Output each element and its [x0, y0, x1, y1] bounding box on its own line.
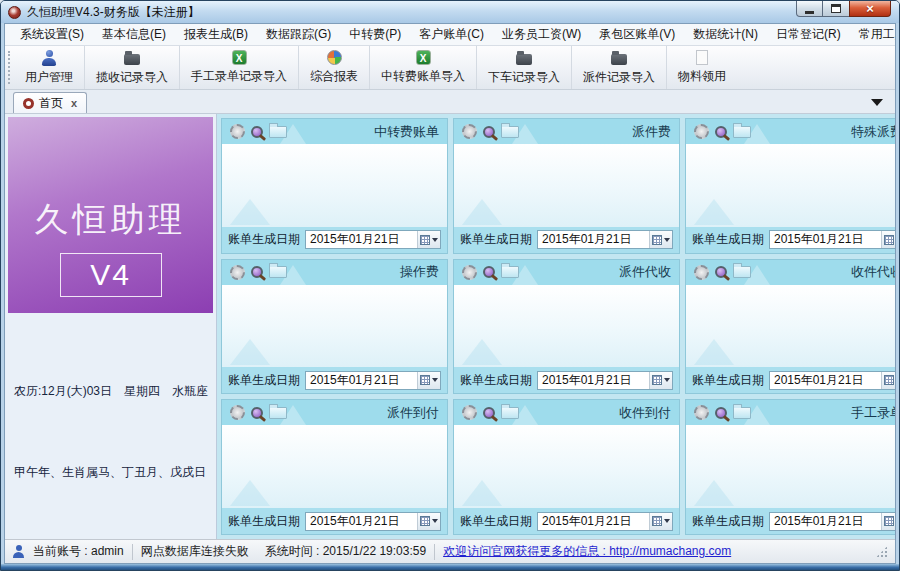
bill-date-input[interactable]: 2015年01月21日	[305, 512, 441, 531]
resize-grip[interactable]	[876, 546, 888, 558]
date-picker-button[interactable]	[417, 513, 440, 530]
dropdown-arrow-icon	[664, 519, 670, 523]
menu-item[interactable]: 数据跟踪(G)	[257, 24, 340, 45]
search-icon[interactable]	[251, 407, 263, 419]
tab-list-dropdown-icon[interactable]	[871, 99, 883, 106]
date-picker-button[interactable]	[881, 372, 895, 389]
tab-home[interactable]: 首页 x	[13, 92, 87, 113]
panel: 派件费 账单生成日期 2015年01月21日	[453, 118, 680, 254]
folder-icon[interactable]	[501, 126, 519, 138]
blank-page-icon	[696, 50, 708, 65]
bill-date-input[interactable]: 2015年01月21日	[305, 371, 441, 390]
bill-date-value: 2015年01月21日	[774, 372, 863, 389]
menu-item[interactable]: 日常登记(R)	[767, 24, 850, 45]
toolbar-button-label: 中转费账单导入	[381, 68, 465, 85]
toolbar-button[interactable]: 手工录单记录导入	[179, 46, 298, 89]
bill-date-input[interactable]: 2015年01月21日	[537, 512, 673, 531]
toolbar-button[interactable]: 物料领用	[666, 46, 737, 89]
toolbar-button-label: 派件记录导入	[583, 69, 655, 86]
toolbar-button[interactable]: 派件记录导入	[571, 46, 666, 89]
folder-icon[interactable]	[733, 266, 751, 278]
menu-item[interactable]: 中转费(P)	[340, 24, 410, 45]
search-icon[interactable]	[715, 407, 727, 419]
toolbar-button-label: 下车记录导入	[488, 69, 560, 86]
date-picker-button[interactable]	[649, 231, 672, 248]
bill-date-input[interactable]: 2015年01月21日	[537, 230, 673, 249]
title-bar[interactable]: 久恒助理V4.3-财务版【未注册】 ×	[1, 1, 899, 23]
date-picker-button[interactable]	[881, 231, 895, 248]
folder-icon[interactable]	[501, 407, 519, 419]
date-picker-button[interactable]	[649, 372, 672, 389]
panel-footer: 账单生成日期 2015年01月21日	[454, 508, 679, 534]
folder-icon[interactable]	[269, 266, 287, 278]
toolbar-button[interactable]: 综合报表	[298, 46, 369, 89]
gear-icon[interactable]	[462, 265, 477, 280]
menu-item[interactable]: 业务员工资(W)	[493, 24, 590, 45]
folder-icon[interactable]	[733, 126, 751, 138]
toolbar-button[interactable]: 用户管理	[14, 46, 84, 89]
panel: 派件代收 账单生成日期 2015年01月21日	[453, 259, 680, 395]
search-icon[interactable]	[483, 407, 495, 419]
folder-icon[interactable]	[733, 407, 751, 419]
folder-icon[interactable]	[501, 266, 519, 278]
tab-close-icon[interactable]: x	[71, 97, 77, 109]
date-picker-button[interactable]	[881, 513, 895, 530]
toolbar-button[interactable]: 下车记录导入	[476, 46, 571, 89]
panel-body	[454, 285, 679, 368]
panel-title: 收件到付	[619, 404, 671, 422]
bill-date-input[interactable]: 2015年01月21日	[769, 512, 895, 531]
gear-icon[interactable]	[694, 265, 709, 280]
gear-icon[interactable]	[694, 405, 709, 420]
menu-item[interactable]: 客户账单(C)	[410, 24, 493, 45]
panel-title: 操作费	[400, 263, 439, 281]
menu-item[interactable]: 承包区账单(V)	[590, 24, 684, 45]
toolbar-button[interactable]: 揽收记录导入	[84, 46, 179, 89]
date-picker-button[interactable]	[417, 372, 440, 389]
panel: 收件到付 账单生成日期 2015年01月21日	[453, 399, 680, 535]
menu-item[interactable]: 数据统计(N)	[684, 24, 767, 45]
menu-item[interactable]: 系统设置(S)	[11, 24, 93, 45]
bill-date-input[interactable]: 2015年01月21日	[305, 230, 441, 249]
calendar-icon	[884, 375, 894, 385]
dropdown-arrow-icon	[664, 378, 670, 382]
panel-title: 特殊派费	[851, 123, 895, 141]
minimize-button[interactable]	[796, 1, 823, 17]
toolbar-button[interactable]: 中转费账单导入	[369, 46, 476, 89]
panel-grid: 中转费账单 账单生成日期 2015年01月21日 派件费 账单生成日期 2	[217, 114, 895, 539]
panel-footer: 账单生成日期 2015年01月21日	[222, 367, 447, 393]
close-button[interactable]: ×	[849, 1, 891, 17]
bill-date-input[interactable]: 2015年01月21日	[769, 371, 895, 390]
lunar-line1: 农历:12月(大)03日 星期四 水瓶座	[14, 378, 207, 405]
menu-item[interactable]: 常用工具(T)	[850, 24, 896, 45]
gear-icon[interactable]	[462, 124, 477, 139]
search-icon[interactable]	[715, 126, 727, 138]
menu-item[interactable]: 报表生成(B)	[175, 24, 257, 45]
search-icon[interactable]	[483, 266, 495, 278]
search-icon[interactable]	[251, 126, 263, 138]
gear-icon[interactable]	[694, 124, 709, 139]
search-icon[interactable]	[715, 266, 727, 278]
bill-date-input[interactable]: 2015年01月21日	[769, 230, 895, 249]
bill-date-input[interactable]: 2015年01月21日	[537, 371, 673, 390]
status-separator	[434, 544, 435, 560]
official-site-link[interactable]: 欢迎访问官网获得更多的信息 : http://mumachang.com	[443, 543, 731, 560]
gear-icon[interactable]	[230, 265, 245, 280]
dropdown-arrow-icon	[664, 238, 670, 242]
search-icon[interactable]	[483, 126, 495, 138]
report-globe-icon	[327, 50, 342, 65]
gear-icon[interactable]	[462, 405, 477, 420]
gear-icon[interactable]	[230, 405, 245, 420]
date-picker-button[interactable]	[649, 513, 672, 530]
panel-body	[222, 285, 447, 368]
folder-icon[interactable]	[269, 126, 287, 138]
panel-title: 手工录单	[851, 404, 895, 422]
toolbar-grip[interactable]	[8, 51, 12, 84]
folder-icon[interactable]	[269, 407, 287, 419]
menu-item[interactable]: 基本信息(E)	[93, 24, 175, 45]
date-picker-button[interactable]	[417, 231, 440, 248]
search-icon[interactable]	[251, 266, 263, 278]
panel-header: 收件代收	[686, 260, 895, 285]
gear-icon[interactable]	[230, 124, 245, 139]
maximize-button[interactable]	[823, 1, 849, 17]
bill-date-value: 2015年01月21日	[310, 372, 399, 389]
